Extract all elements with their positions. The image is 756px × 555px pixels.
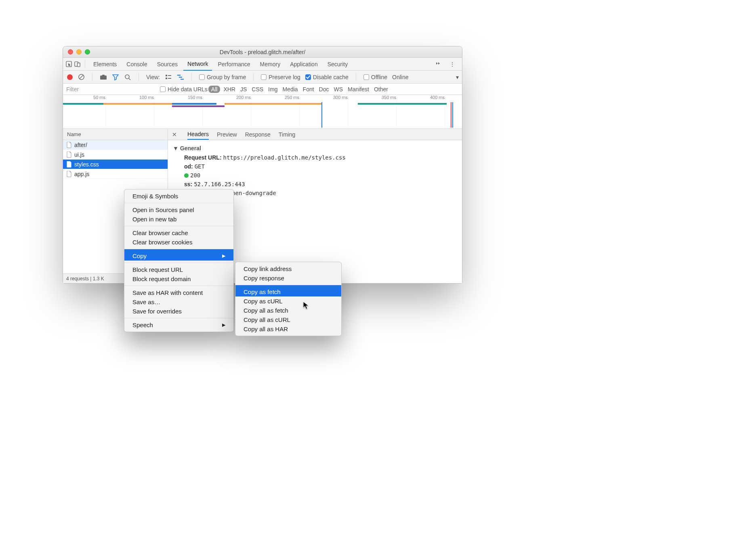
context-menu: Emoji & Symbols Open in Sources panel Op… — [124, 189, 234, 332]
menu-clear-cache[interactable]: Clear browser cache — [124, 226, 233, 238]
chevron-down-icon[interactable]: ▾ — [456, 74, 459, 80]
timeline-band — [172, 103, 216, 105]
more-tabs-icon[interactable] — [432, 61, 444, 67]
menu-emoji[interactable]: Emoji & Symbols — [124, 191, 233, 201]
filter-type-xhr[interactable]: XHR — [223, 86, 235, 92]
menu-block-url[interactable]: Block request URL — [124, 263, 233, 274]
tab-application[interactable]: Application — [286, 58, 322, 70]
filter-type-ws[interactable]: WS — [334, 86, 343, 92]
record-icon[interactable] — [67, 74, 73, 80]
tab-network[interactable]: Network — [183, 58, 212, 71]
zoom-window-icon[interactable] — [85, 49, 90, 55]
detail-tab-timing[interactable]: Timing — [279, 131, 296, 138]
filter-type-other[interactable]: Other — [374, 86, 388, 92]
divider — [356, 73, 356, 81]
detail-tab-response[interactable]: Response — [245, 131, 271, 138]
tab-elements[interactable]: Elements — [89, 58, 121, 70]
timeline-tick: 200 ms — [236, 95, 251, 100]
inspect-icon[interactable] — [65, 61, 72, 67]
close-detail-icon[interactable]: ✕ — [172, 131, 177, 138]
copy-submenu: Copy link address Copy response Copy as … — [235, 262, 342, 336]
disable-cache-label: Disable cache — [313, 74, 349, 80]
device-toggle-icon[interactable] — [74, 61, 81, 67]
minimize-window-icon[interactable] — [76, 49, 82, 55]
clear-icon[interactable] — [78, 74, 85, 81]
filter-type-css[interactable]: CSS — [252, 86, 263, 92]
detail-tab-preview[interactable]: Preview — [217, 131, 237, 138]
submenu-copy-response[interactable]: Copy response — [235, 273, 341, 283]
timeline-band — [172, 105, 225, 107]
submenu-copy-as-fetch[interactable]: Copy as fetch — [235, 285, 341, 296]
timeline-tick: 150 ms — [188, 95, 202, 100]
request-row-selected[interactable]: styles.css — [63, 160, 168, 169]
timeline-dcl-line — [452, 102, 453, 128]
menu-save-overrides[interactable]: Save for overrides — [124, 307, 233, 316]
throttle-select[interactable]: Online — [392, 74, 408, 80]
filter-type-js[interactable]: JS — [240, 86, 247, 92]
view-label: View: — [146, 74, 160, 80]
svg-rect-9 — [166, 75, 167, 76]
tab-performance[interactable]: Performance — [214, 58, 254, 70]
submenu-arrow-icon: ▶ — [222, 253, 225, 259]
menu-save-as[interactable]: Save as… — [124, 297, 233, 307]
submenu-copy-all-fetch[interactable]: Copy all as fetch — [235, 306, 341, 315]
filter-icon[interactable] — [112, 74, 119, 81]
settings-kebab-icon[interactable]: ⋮ — [445, 61, 460, 67]
request-name: app.js — [74, 171, 89, 177]
name-column-header[interactable]: Name — [63, 129, 168, 140]
menu-save-har[interactable]: Save as HAR with content — [124, 286, 233, 297]
filter-type-all[interactable]: All — [208, 86, 220, 93]
group-by-frame-checkbox[interactable]: Group by frame — [199, 74, 246, 80]
submenu-arrow-icon: ▶ — [222, 322, 225, 328]
request-row[interactable]: app.js — [63, 169, 168, 179]
tab-console[interactable]: Console — [122, 58, 151, 70]
tab-sources[interactable]: Sources — [153, 58, 182, 70]
menu-block-domain[interactable]: Block request domain — [124, 274, 233, 284]
menu-open-new-tab[interactable]: Open in new tab — [124, 214, 233, 224]
filter-type-doc[interactable]: Doc — [319, 86, 329, 92]
traffic-lights — [63, 49, 90, 55]
preserve-log-checkbox[interactable]: Preserve log — [261, 74, 300, 80]
request-row[interactable]: ui.js — [63, 150, 168, 160]
svg-rect-12 — [168, 78, 171, 79]
filter-type-img[interactable]: Img — [268, 86, 277, 92]
svg-rect-10 — [168, 75, 171, 76]
svg-rect-13 — [177, 75, 181, 76]
tab-memory[interactable]: Memory — [256, 58, 285, 70]
submenu-copy-all-curl[interactable]: Copy all as cURL — [235, 315, 341, 324]
timeline-tick: 250 ms — [285, 95, 299, 100]
svg-rect-14 — [179, 77, 182, 78]
filter-type-manifest[interactable]: Manifest — [348, 86, 369, 92]
detail-tab-headers[interactable]: Headers — [187, 131, 209, 140]
search-icon[interactable] — [124, 74, 131, 81]
submenu-copy-link[interactable]: Copy link address — [235, 264, 341, 273]
close-window-icon[interactable] — [68, 49, 73, 55]
hide-data-urls-checkbox[interactable]: Hide data URLs — [160, 86, 208, 92]
preserve-log-label: Preserve log — [269, 74, 300, 80]
timeline-overview[interactable]: 50 ms 100 ms 150 ms 200 ms 250 ms 300 ms… — [63, 95, 462, 129]
menu-open-sources[interactable]: Open in Sources panel — [124, 203, 233, 214]
detail-tabs: ✕ Headers Preview Response Timing — [168, 129, 462, 140]
filter-input[interactable]: Filter — [63, 86, 160, 92]
submenu-copy-as-curl[interactable]: Copy as cURL — [235, 296, 341, 306]
request-row[interactable]: after/ — [63, 140, 168, 150]
filter-type-media[interactable]: Media — [282, 86, 298, 92]
svg-rect-11 — [166, 78, 167, 79]
menu-speech[interactable]: Speech▶ — [124, 318, 233, 330]
disable-cache-checkbox[interactable]: Disable cache — [305, 74, 349, 80]
offline-checkbox[interactable]: Offline — [363, 74, 387, 80]
timeline-band — [103, 103, 172, 105]
waterfall-icon[interactable] — [177, 74, 184, 81]
screenshot-icon[interactable] — [100, 74, 107, 81]
menu-copy[interactable]: Copy▶ — [124, 249, 233, 261]
titlebar: DevTools - preload.glitch.me/after/ — [63, 46, 462, 58]
submenu-copy-all-har[interactable]: Copy all as HAR — [235, 324, 341, 334]
request-name: ui.js — [74, 151, 84, 158]
section-general[interactable]: ▼ General — [168, 143, 462, 153]
tab-security[interactable]: Security — [323, 58, 352, 70]
filter-type-font[interactable]: Font — [303, 86, 314, 92]
offline-label: Offline — [371, 74, 387, 80]
menu-clear-cookies[interactable]: Clear browser cookies — [124, 238, 233, 247]
hide-data-urls-label: Hide data URLs — [168, 86, 208, 92]
large-rows-icon[interactable] — [165, 74, 172, 81]
